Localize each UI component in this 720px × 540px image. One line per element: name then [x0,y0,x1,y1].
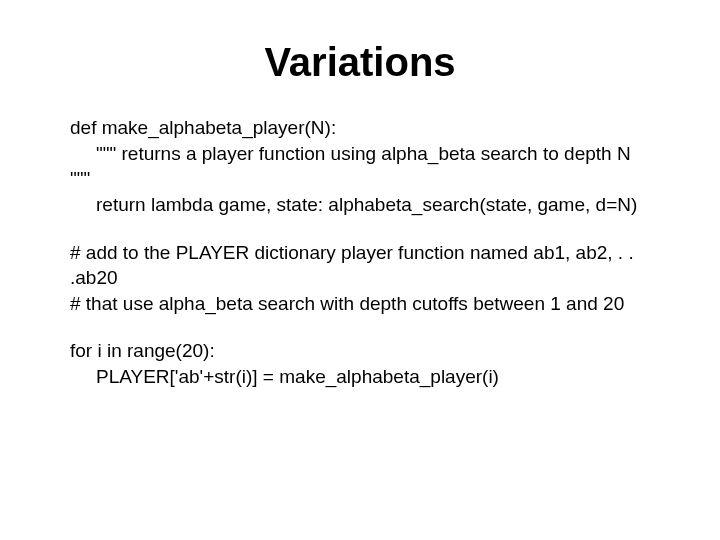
code-block-loop: for i in range(20): PLAYER['ab'+str(i)] … [70,338,650,389]
code-def-line: def make_alphabeta_player(N): [70,115,650,141]
slide: Variations def make_alphabeta_player(N):… [0,0,720,540]
code-for-line: for i in range(20): [70,338,650,364]
comment-block: # add to the PLAYER dictionary player fu… [70,240,650,317]
code-loop-body: PLAYER['ab'+str(i)] = make_alphabeta_pla… [70,364,650,390]
comment-line-1: # add to the PLAYER dictionary player fu… [70,240,650,291]
slide-title: Variations [70,40,650,85]
comment-line-2: # that use alpha_beta search with depth … [70,291,650,317]
code-block-function: def make_alphabeta_player(N): """ return… [70,115,650,218]
code-docstring-open: """ returns a player function using alph… [70,141,650,167]
code-docstring-close: """ [70,166,650,192]
code-return-line: return lambda game, state: alphabeta_sea… [70,192,650,218]
